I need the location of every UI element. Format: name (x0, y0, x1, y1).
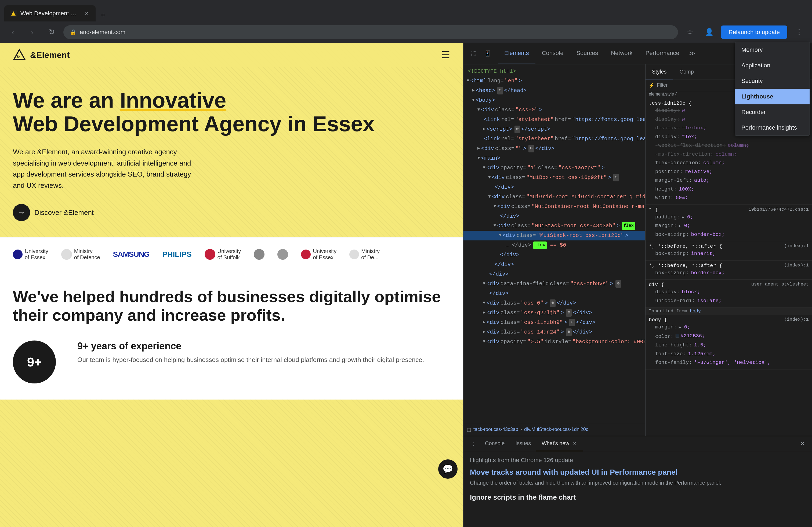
main-line[interactable]: <main> (463, 153, 645, 163)
div-muistack-inner[interactable]: <div class="MuiStack-root css-1dni20c"> (463, 231, 645, 240)
close-muistack[interactable]: </div> (463, 260, 645, 269)
bg-arrow[interactable] (483, 338, 485, 345)
dropdown-application[interactable]: Application (735, 58, 810, 73)
browser-toolbar: ‹ › ↻ 🔒 and-element.com ☆ 👤 Relaunch to … (0, 21, 812, 43)
doctype-line[interactable]: <!DOCTYPE html> (463, 66, 645, 76)
script-arrow[interactable] (483, 126, 485, 133)
14d-arrow[interactable] (483, 329, 485, 336)
div-empty-arrow[interactable] (477, 145, 480, 152)
filter-label[interactable]: Filter (657, 82, 668, 88)
dropdown-security[interactable]: Security (735, 73, 810, 89)
close-tina[interactable]: </div> (463, 289, 645, 298)
tab-issues-bottom[interactable]: Issues (510, 436, 536, 451)
html-tag-line[interactable]: <html lang="en"> (463, 76, 645, 86)
div-close1[interactable]: </div> (463, 182, 645, 192)
html-arrow[interactable] (467, 77, 469, 85)
breadcrumb-item-1[interactable]: tack-root.css-43c3ab (474, 427, 518, 432)
main-arrow[interactable] (477, 155, 480, 162)
dropdown-memory[interactable]: Memory (735, 43, 810, 58)
profile-icon[interactable]: 👤 (702, 25, 717, 40)
tab-sources[interactable]: Sources (570, 43, 605, 64)
dropdown-lighthouse[interactable]: Lighthouse (735, 89, 810, 104)
muicontainer-arrow[interactable] (494, 203, 496, 210)
g27-arrow[interactable] (483, 310, 485, 316)
div-14dn24[interactable]: <div class="css-14dn24">⊕ </div> (463, 327, 645, 337)
prop-flex-dir: flex-direction: column; (649, 159, 809, 167)
address-bar[interactable]: 🔒 and-element.com (63, 25, 678, 39)
inherited-body-link[interactable]: body (690, 308, 701, 314)
hero-headline: We are an Innovative Web Development Age… (13, 89, 450, 136)
tab-network[interactable]: Network (605, 43, 639, 64)
new-tab-button[interactable]: + (97, 9, 110, 21)
div-op1-arrow[interactable] (483, 165, 485, 171)
close-muigrid[interactable]: </div> (463, 269, 645, 279)
hamburger-menu-icon[interactable]: ☰ (441, 49, 450, 61)
div-muicontainer[interactable]: <div class="MuiContainer-root MuiContain… (463, 202, 645, 211)
ba2-header: (index):1 *, *::before, *::after { (649, 263, 809, 269)
breadcrumb-item-2[interactable]: div.MuiStack-root.css-1dni20c (524, 427, 588, 432)
more-options-icon[interactable]: ⋮ (792, 25, 807, 40)
link-fonts1[interactable]: <link rel="stylesheet" href="https://fon… (463, 115, 645, 124)
div-opacity1[interactable]: <div opacity="1" class="css-1aozpvt"> (463, 163, 645, 173)
div-css0-arrow[interactable] (477, 107, 480, 114)
inspect-element-icon[interactable]: ⬚ (468, 47, 480, 59)
css0-2-arrow[interactable] (483, 300, 485, 307)
expand-padding[interactable]: ▶ (682, 215, 684, 220)
close-muicontainer[interactable]: </div> (463, 211, 645, 221)
refresh-button[interactable]: ↻ (44, 25, 59, 40)
div-tina[interactable]: <div data-tina-field class="css-crb9vs">… (463, 279, 645, 289)
computed-tab[interactable]: Comp (673, 64, 700, 79)
expand-margin[interactable]: ▶ (679, 224, 681, 228)
more-tabs-button[interactable]: ≫ (686, 50, 698, 57)
muistack-inner-arrow[interactable] (499, 232, 502, 239)
body-arrow[interactable] (472, 97, 475, 104)
script-line[interactable]: <script>⊕ </script> (463, 124, 645, 134)
muigrid-arrow[interactable] (488, 194, 491, 200)
div-css0-2[interactable]: <div class="css-0">⊕ </div> (463, 298, 645, 308)
tab-bar: Web Development and Digita... ✕ + (0, 0, 812, 21)
dropdown-recorder[interactable]: Recorder (735, 104, 810, 120)
div-muigrid[interactable]: <div class="MuiGrid-root MuiGrid-contain… (463, 192, 645, 202)
tab-elements[interactable]: Elements (498, 43, 535, 64)
head-line[interactable]: <head>⊕ </head> (463, 86, 645, 95)
body-line[interactable]: <body> (463, 95, 645, 105)
back-button[interactable]: ‹ (5, 25, 20, 40)
tab-whats-new[interactable]: What's new ✕ (536, 436, 583, 451)
muibox-arrow[interactable] (488, 174, 491, 181)
brand-samsung: SAMSUNG (113, 250, 149, 259)
tab-close-button[interactable]: ✕ (83, 10, 90, 17)
bottom-dots-icon[interactable]: ⋮ (468, 438, 480, 450)
ellipsis-close[interactable]: … </div>flex == $0 (463, 240, 645, 250)
div-11xzbh9[interactable]: <div class="css-11xzbh9">⊕ </div> (463, 318, 645, 327)
chat-button[interactable]: 💬 (438, 460, 458, 479)
11x-arrow[interactable] (483, 319, 485, 326)
div-empty[interactable]: <div class="">⊕ </div> (463, 144, 645, 153)
dropdown-performance-insights[interactable]: Performance insights (735, 120, 810, 136)
discover-button[interactable]: → Discover &Element (13, 204, 450, 221)
bookmark-icon[interactable]: ☆ (682, 25, 697, 40)
head-arrow[interactable] (472, 87, 475, 94)
tab-console[interactable]: Console (535, 43, 570, 64)
tab-console-bottom[interactable]: Console (480, 436, 510, 451)
styles-tab[interactable]: Styles (646, 64, 673, 79)
close-muistack-inner[interactable]: </div> (463, 250, 645, 260)
universal-selector: * { (649, 207, 658, 213)
discover-label: Discover &Element (34, 209, 94, 217)
relaunch-button[interactable]: Relaunch to update (721, 26, 787, 39)
forward-button[interactable]: › (25, 25, 40, 40)
muistack-arrow[interactable] (494, 223, 496, 229)
universal-header: 19b1b1376e74c472.css:1 * { (649, 207, 809, 213)
div-muistack[interactable]: <div class="MuiStack-root css-43c3ab">fl… (463, 221, 645, 231)
active-tab[interactable]: Web Development and Digita... ✕ (4, 5, 96, 21)
div-bg-black[interactable]: <div opacity="0.5" id style="background-… (463, 337, 645, 347)
whats-new-close[interactable]: ✕ (571, 440, 578, 447)
close-bottom-panel[interactable]: ✕ (797, 438, 808, 449)
device-toolbar-icon[interactable]: 📱 (482, 47, 494, 59)
prop-margin-left: margin-left: auto; (649, 176, 809, 185)
link-fonts2[interactable]: <link rel="stylesheet" href="https://fon… (463, 134, 645, 144)
div-g27ljb[interactable]: <div class="css-g27ljb">⊕ </div> (463, 308, 645, 318)
div-muibox[interactable]: <div class="MuiBox-root css-16p92ft">⊕ (463, 173, 645, 182)
tina-arrow[interactable] (483, 281, 485, 287)
tab-performance[interactable]: Performance (639, 43, 686, 64)
div-css0-line[interactable]: <div class="css-0"> (463, 105, 645, 115)
